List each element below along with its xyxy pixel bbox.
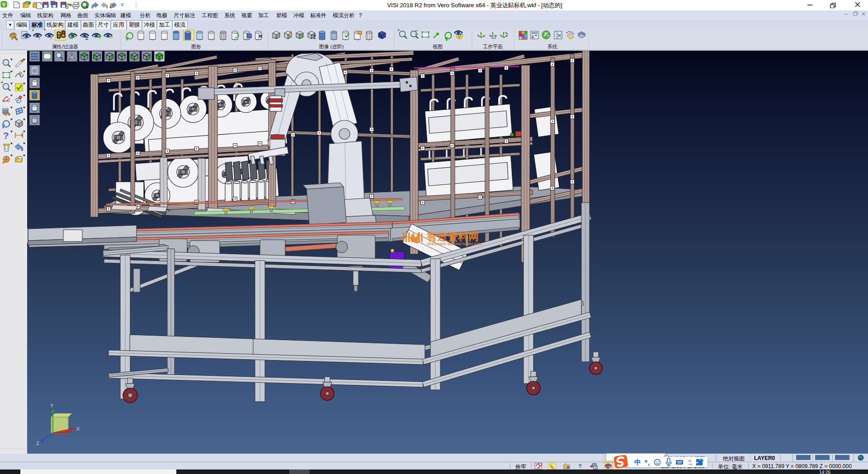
svg-text:图形: 图形 [191,44,201,49]
svg-text:工作平面: 工作平面 [483,44,503,49]
svg-text:系统: 系统 [547,44,557,49]
svg-text:Y: Y [50,403,54,408]
svg-text:视图: 视图 [433,44,443,49]
svg-text:Z: Z [36,441,39,446]
svg-text:?: ? [3,131,9,141]
svg-text:属性/过滤器: 属性/过滤器 [52,44,78,49]
svg-text:图像 (进阶): 图像 (进阶) [319,44,344,49]
svg-text:X: X [76,426,80,431]
svg-text:7: 7 [691,463,693,466]
svg-text:,: , [648,459,650,466]
svg-text:V: V [2,2,5,7]
svg-text:中: 中 [634,458,641,466]
